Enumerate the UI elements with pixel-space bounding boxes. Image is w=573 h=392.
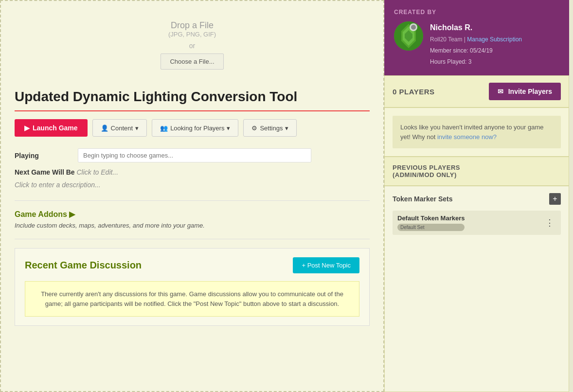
next-game-label: Next Game Will Be bbox=[15, 168, 75, 176]
invite-someone-link[interactable]: invite someone now? bbox=[437, 133, 497, 141]
addons-title-text: Game Addons bbox=[15, 210, 67, 219]
discussion-title: Recent Game Discussion bbox=[25, 260, 142, 271]
section-divider-2 bbox=[15, 239, 370, 239]
sidebar: CREATED BY Nicholas R. Roll20 Team | Man… bbox=[384, 0, 569, 392]
playing-label: Playing bbox=[15, 152, 73, 160]
invite-players-button[interactable]: Invite Players bbox=[489, 83, 561, 100]
prev-players-subtitle: (ADMIN/MOD ONLY) bbox=[393, 171, 457, 178]
drop-subtitle: (JPG, PNG, GIF) bbox=[11, 31, 374, 38]
drop-title: Drop a File bbox=[11, 20, 374, 31]
next-game-edit[interactable]: Click to Edit... bbox=[76, 168, 118, 176]
avatar bbox=[394, 21, 423, 51]
envelope-icon bbox=[498, 88, 505, 95]
manage-subscription-link[interactable]: Manage Subscription bbox=[467, 36, 522, 43]
content-button[interactable]: 👤 Content bbox=[92, 119, 147, 137]
hours-played: Hours Played: 3 bbox=[430, 57, 522, 67]
action-buttons-row: Launch Game 👤 Content 👥 Looking for Play… bbox=[15, 119, 370, 137]
creator-details: Nicholas R. Roll20 Team | Manage Subscri… bbox=[430, 21, 522, 67]
looking-for-players-button[interactable]: 👥 Looking for Players bbox=[152, 119, 238, 137]
token-section-title: Token Marker Sets bbox=[393, 195, 452, 203]
add-token-set-button[interactable]: + bbox=[549, 193, 561, 205]
token-section-header: Token Marker Sets + bbox=[393, 193, 561, 205]
settings-label: Settings bbox=[260, 125, 283, 132]
no-players-message: Looks like you haven't invited anyone to… bbox=[393, 116, 561, 148]
member-since: Member since: 05/24/19 bbox=[430, 46, 522, 55]
created-by-title: CREATED BY bbox=[394, 9, 559, 16]
post-new-topic-button[interactable]: + Post New Topic bbox=[293, 257, 359, 273]
token-marker-name: Default Token Markers bbox=[397, 214, 465, 222]
discussion-notice: There currently aren't any discussions f… bbox=[25, 281, 359, 317]
playing-row: Playing bbox=[15, 148, 370, 162]
lfp-label: Looking for Players bbox=[170, 125, 224, 132]
addons-desc: Include custom decks, maps, adventures, … bbox=[15, 222, 370, 229]
creator-name: Nicholas R. bbox=[430, 21, 522, 34]
invite-players-label: Invite Players bbox=[508, 88, 552, 95]
creator-team-text: Roll20 Team | bbox=[430, 36, 466, 43]
section-divider bbox=[15, 200, 370, 201]
launch-game-button[interactable]: Launch Game bbox=[15, 119, 88, 137]
token-marker-section: Token Marker Sets + Default Token Marker… bbox=[384, 186, 569, 392]
game-content-area: Updated Dynamic Lighting Conversion Tool… bbox=[1, 79, 383, 336]
main-content: Drop a File (JPG, PNG, GIF) or Choose a … bbox=[0, 0, 384, 392]
no-players-section: Looks like you haven't invited anyone to… bbox=[384, 107, 569, 157]
settings-icon: ⚙ bbox=[251, 125, 257, 132]
game-title: Updated Dynamic Lighting Conversion Tool bbox=[15, 89, 370, 105]
settings-button[interactable]: ⚙ Settings bbox=[243, 119, 297, 137]
next-game-row: Next Game Will Be Click to Edit... bbox=[15, 168, 370, 176]
prev-players-title: PREVIOUS PLAYERS (ADMIN/MOD ONLY) bbox=[393, 164, 561, 178]
created-by-section: CREATED BY Nicholas R. Roll20 Team | Man… bbox=[384, 0, 569, 75]
token-default-badge: Default Set bbox=[397, 224, 465, 231]
svg-point-5 bbox=[411, 25, 416, 30]
addons-arrow-icon: ▶ bbox=[69, 210, 75, 219]
drop-or: or bbox=[11, 42, 374, 50]
description-edit[interactable]: Click to enter a description... bbox=[15, 181, 370, 189]
creator-info: Nicholas R. Roll20 Team | Manage Subscri… bbox=[394, 21, 559, 67]
lfp-icon: 👥 bbox=[160, 125, 168, 132]
token-more-button[interactable]: ⋮ bbox=[543, 218, 556, 227]
addons-title: Game Addons ▶ bbox=[15, 210, 370, 219]
discussion-header: Recent Game Discussion + Post New Topic bbox=[25, 257, 359, 273]
content-chevron-icon bbox=[135, 125, 139, 132]
token-marker-left: Default Token Markers Default Set bbox=[397, 214, 465, 231]
content-label: Content bbox=[111, 125, 133, 132]
content-icon: 👤 bbox=[101, 125, 108, 132]
creator-team: Roll20 Team | Manage Subscription bbox=[430, 35, 522, 44]
play-icon bbox=[24, 124, 30, 132]
previous-players-section: PREVIOUS PLAYERS (ADMIN/MOD ONLY) bbox=[384, 157, 569, 186]
playing-input[interactable] bbox=[78, 148, 311, 162]
prev-players-title-text: PREVIOUS PLAYERS bbox=[393, 164, 460, 171]
settings-chevron-icon bbox=[285, 125, 288, 132]
launch-game-label: Launch Game bbox=[33, 124, 78, 132]
choose-file-button[interactable]: Choose a File... bbox=[161, 53, 223, 70]
players-count: 0 PLAYERS bbox=[393, 88, 434, 96]
drop-zone: Drop a File (JPG, PNG, GIF) or Choose a … bbox=[1, 1, 383, 79]
token-marker-item: Default Token Markers Default Set ⋮ bbox=[393, 211, 561, 235]
title-divider bbox=[15, 110, 370, 111]
discussion-section: Recent Game Discussion + Post New Topic … bbox=[15, 248, 370, 326]
players-section: 0 PLAYERS Invite Players bbox=[384, 75, 569, 107]
lfp-chevron-icon bbox=[227, 125, 230, 132]
